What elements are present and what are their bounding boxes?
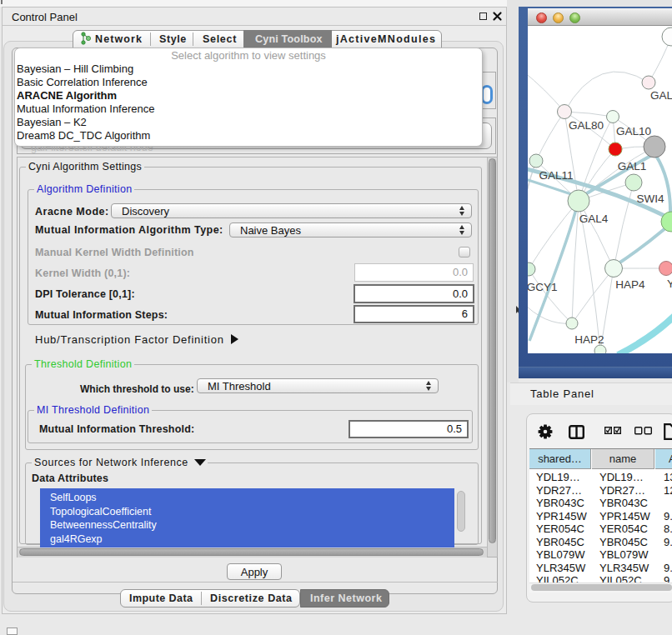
svg-text:HAP2: HAP2 — [574, 333, 604, 346]
svg-text:GAL11: GAL11 — [539, 169, 573, 182]
svg-text:GAL80: GAL80 — [569, 119, 604, 132]
svg-text:Y: Y — [667, 278, 672, 290]
svg-text:GAL2: GAL2 — [650, 89, 672, 102]
svg-text:GAL10: GAL10 — [616, 125, 651, 138]
svg-text:GCY1: GCY1 — [528, 281, 557, 293]
svg-text:SWI4: SWI4 — [636, 192, 664, 205]
svg-text:GAL1: GAL1 — [618, 160, 647, 172]
svg-text:GAL4: GAL4 — [579, 212, 609, 225]
svg-text:HAP4: HAP4 — [615, 278, 645, 291]
